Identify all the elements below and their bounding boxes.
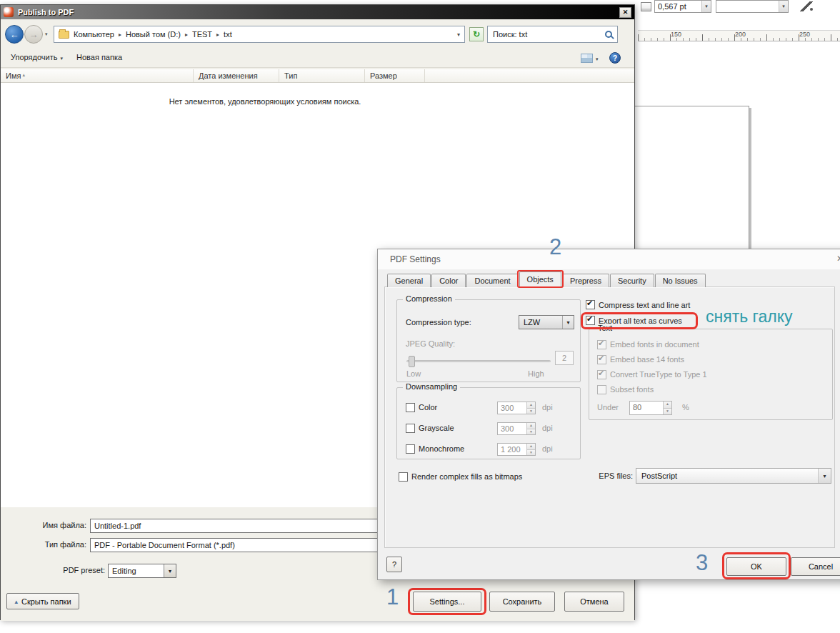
tab-no-issues[interactable]: No Issues xyxy=(655,274,706,287)
column-header-type[interactable]: Тип xyxy=(279,69,365,82)
downsampling-group-label: Downsampling xyxy=(403,382,460,391)
breadcrumb-item-computer[interactable]: Компьютер xyxy=(74,30,114,39)
cancel-button-pdf[interactable]: Cancel xyxy=(791,557,840,576)
document-icon[interactable] xyxy=(641,2,651,11)
organize-button[interactable]: Упорядочить▾ xyxy=(11,53,63,61)
corel-app-icon xyxy=(4,7,14,17)
jpeg-quality-slider[interactable] xyxy=(406,360,551,362)
column-header-size[interactable]: Размер xyxy=(365,69,425,82)
outline-width-value: 0,567 pt xyxy=(655,2,701,11)
search-text: Поиск: txt xyxy=(493,30,527,39)
close-icon[interactable]: ✕ xyxy=(836,254,840,264)
back-button[interactable]: ← xyxy=(5,25,24,44)
tab-objects[interactable]: Objects xyxy=(519,271,561,287)
outline-style-combo[interactable] xyxy=(716,0,789,13)
compress-text-option[interactable]: Compress text and line art xyxy=(586,300,690,309)
cancel-button[interactable]: Отмена xyxy=(564,592,624,612)
pen-icon[interactable] xyxy=(799,1,814,11)
under-label: Under xyxy=(597,403,619,412)
slider-thumb[interactable] xyxy=(409,356,415,367)
monochrome-dpi-spinner[interactable]: 1 200 ▲▼ xyxy=(497,443,536,456)
subset-fonts-label: Subset fonts xyxy=(610,385,654,394)
breadcrumb-separator-icon: ▸ xyxy=(119,31,121,38)
pdf-preset-value: Editing xyxy=(109,567,164,575)
breadcrumb[interactable]: Компьютер ▸ Новый том (D:) ▸ TEST ▸ txt … xyxy=(54,26,465,43)
monochrome-checkbox[interactable] xyxy=(406,444,415,454)
help-icon[interactable] xyxy=(609,52,621,64)
search-icon[interactable] xyxy=(605,31,612,38)
page-canvas xyxy=(624,106,749,256)
filetype-label: Тип файла: xyxy=(1,540,86,549)
nav-history-chevron-icon[interactable]: ▾ xyxy=(45,31,48,37)
convert-truetype-checkbox[interactable] xyxy=(597,370,606,379)
column-header-name[interactable]: Имя▴ xyxy=(1,69,194,82)
filetype-value: PDF - Portable Document Format (*.pdf) xyxy=(94,541,235,549)
annotation-note: снять галку xyxy=(706,307,792,327)
save-button[interactable]: Сохранить xyxy=(489,592,555,612)
annotation-step-3: 3 xyxy=(696,550,708,576)
hide-folders-icon: ▴ xyxy=(14,598,18,605)
tab-general[interactable]: General xyxy=(387,274,431,287)
view-options-icon[interactable] xyxy=(581,54,593,63)
compress-text-label: Compress text and line art xyxy=(599,301,690,309)
compression-type-combo[interactable]: LZW xyxy=(519,315,574,329)
compression-group-label: Compression xyxy=(403,294,455,303)
spinner-arrows-icon[interactable]: ▲▼ xyxy=(526,444,535,455)
under-percent-spinner[interactable]: 80 ▲▼ xyxy=(629,401,672,415)
chevron-down-icon[interactable] xyxy=(701,1,711,12)
color-dpi-spinner[interactable]: 300 ▲▼ xyxy=(497,402,536,414)
chevron-down-icon[interactable]: ▾ xyxy=(596,56,599,62)
tab-security[interactable]: Security xyxy=(610,274,654,287)
tab-prepress[interactable]: Prepress xyxy=(562,274,609,287)
breadcrumb-item-test[interactable]: TEST xyxy=(192,30,212,39)
embed-base14-checkbox[interactable] xyxy=(597,355,606,364)
chevron-down-icon[interactable] xyxy=(164,564,176,577)
annotation-step-2: 2 xyxy=(549,234,561,260)
eps-files-combo[interactable]: PostScript xyxy=(636,468,831,484)
compress-text-checkbox[interactable] xyxy=(586,300,595,309)
pdf-preset-combo[interactable]: Editing xyxy=(108,564,176,578)
grayscale-label: Grayscale xyxy=(419,424,454,432)
chevron-down-icon[interactable] xyxy=(562,316,574,329)
color-checkbox[interactable] xyxy=(406,403,415,412)
title-bar[interactable]: PDF Settings ✕ xyxy=(378,249,840,269)
render-bitmaps-checkbox[interactable] xyxy=(399,472,408,482)
tab-color[interactable]: Color xyxy=(431,274,466,287)
forward-button[interactable]: → xyxy=(24,25,43,44)
title-bar[interactable]: Publish to PDF xyxy=(1,5,634,19)
grayscale-checkbox[interactable] xyxy=(406,424,415,433)
search-input[interactable]: Поиск: txt xyxy=(487,26,618,43)
breadcrumb-dropdown-icon[interactable]: ▾ xyxy=(457,31,460,38)
filename-value: Untitled-1.pdf xyxy=(94,522,141,530)
dialog-help-button[interactable]: ? xyxy=(386,557,402,572)
breadcrumb-separator-icon: ▸ xyxy=(185,31,188,38)
refresh-icon[interactable] xyxy=(469,27,484,41)
new-folder-button[interactable]: Новая папка xyxy=(76,53,122,61)
close-icon[interactable] xyxy=(619,7,631,18)
chevron-down-icon: ▾ xyxy=(60,56,63,61)
ok-button[interactable]: OK xyxy=(726,557,786,576)
breadcrumb-item-drive[interactable]: Новый том (D:) xyxy=(126,30,181,39)
chevron-down-icon[interactable] xyxy=(818,469,831,483)
embed-fonts-checkbox[interactable] xyxy=(597,340,606,349)
tab-document[interactable]: Document xyxy=(466,274,518,287)
outline-width-combo[interactable]: 0,567 pt xyxy=(654,0,711,13)
spinner-arrows-icon[interactable]: ▲▼ xyxy=(526,423,535,434)
folder-icon xyxy=(59,31,69,39)
column-header-date[interactable]: Дата изменения xyxy=(194,69,279,82)
column-header-filler xyxy=(425,69,634,82)
spinner-arrows-icon[interactable]: ▲▼ xyxy=(526,402,535,414)
pdf-preset-label: PDF preset: xyxy=(1,566,105,574)
subset-fonts-checkbox[interactable] xyxy=(597,385,606,394)
hide-folders-button[interactable]: ▴ Скрыть папки xyxy=(6,593,79,609)
spinner-arrows-icon[interactable]: ▲▼ xyxy=(663,402,671,414)
breadcrumb-item-txt[interactable]: txt xyxy=(224,30,232,39)
column-headers: Имя▴ Дата изменения Тип Размер xyxy=(1,69,634,83)
dialog-title: PDF Settings xyxy=(390,254,441,264)
chevron-down-icon[interactable] xyxy=(779,1,788,12)
settings-button[interactable]: Settings... xyxy=(413,592,481,612)
navigation-bar: ← → ▾ Компьютер ▸ Новый том (D:) ▸ TEST … xyxy=(1,24,634,45)
grayscale-dpi-spinner[interactable]: 300 ▲▼ xyxy=(497,422,536,435)
text-group-label: Text xyxy=(595,324,615,332)
export-curves-checkbox[interactable] xyxy=(586,316,595,325)
